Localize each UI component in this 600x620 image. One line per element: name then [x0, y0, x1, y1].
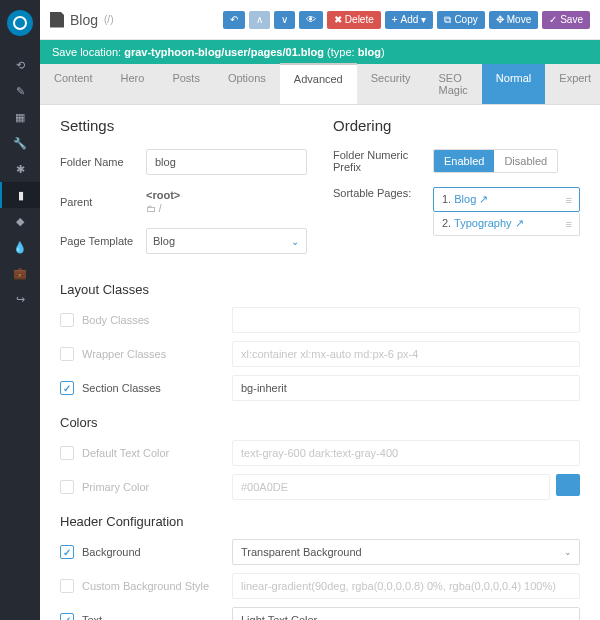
- save-location-bar: Save location: grav-typhoon-blog/user/pa…: [40, 40, 600, 64]
- nav-logout-icon[interactable]: ↪: [0, 286, 40, 312]
- wrapper-classes-label: Wrapper Classes: [82, 348, 232, 360]
- nav-tools-icon[interactable]: 🔧: [0, 130, 40, 156]
- sortable-item-typography[interactable]: 2. Typography ↗≡: [433, 212, 580, 236]
- primary-color-input[interactable]: [232, 474, 550, 500]
- settings-heading: Settings: [60, 117, 307, 134]
- section-classes-input[interactable]: [232, 375, 580, 401]
- page-title: Blog: [70, 12, 98, 28]
- page-icon: [50, 12, 64, 28]
- add-button[interactable]: + Add ▾: [385, 11, 434, 29]
- custom-bg-checkbox[interactable]: [60, 579, 74, 593]
- nav-plugins-icon[interactable]: ✱: [0, 156, 40, 182]
- header-config-heading: Header Configuration: [60, 514, 580, 529]
- body-classes-checkbox[interactable]: [60, 313, 74, 327]
- template-label: Page Template: [60, 235, 146, 247]
- sortable-item-blog[interactable]: 1. Blog ↗≡: [433, 187, 580, 212]
- wrapper-classes-input[interactable]: [232, 341, 580, 367]
- prefix-label: Folder Numeric Prefix: [333, 149, 433, 173]
- content-area: Settings Folder Name Parent <root> 🗀 / P…: [40, 105, 600, 620]
- parent-value[interactable]: <root> 🗀 /: [146, 189, 180, 214]
- tab-content[interactable]: Content: [40, 64, 107, 104]
- tab-normal[interactable]: Normal: [482, 64, 545, 104]
- background-checkbox[interactable]: [60, 545, 74, 559]
- default-color-input[interactable]: [232, 440, 580, 466]
- nav-dashboard-icon[interactable]: ⟲: [0, 52, 40, 78]
- copy-button[interactable]: ⧉ Copy: [437, 11, 484, 29]
- body-classes-input[interactable]: [232, 307, 580, 333]
- back-button[interactable]: ↶: [223, 11, 245, 29]
- svg-point-0: [14, 17, 26, 29]
- tab-expert[interactable]: Expert: [545, 64, 600, 104]
- body-classes-label: Body Classes: [82, 314, 232, 326]
- default-color-label: Default Text Color: [82, 447, 232, 459]
- primary-color-label: Primary Color: [82, 481, 232, 493]
- nav-themes-icon[interactable]: ◆: [0, 208, 40, 234]
- section-classes-label: Section Classes: [82, 382, 232, 394]
- prev-button: ∧: [249, 11, 270, 29]
- nav-grid-icon[interactable]: ▦: [0, 104, 40, 130]
- folder-name-input[interactable]: [146, 149, 307, 175]
- action-bar: ↶ ∧ ∨ 👁 ✖ Delete + Add ▾ ⧉ Copy ✥ Move ✓…: [223, 11, 590, 29]
- text-label: Text: [82, 614, 232, 620]
- sidebar: ⟲ ✎ ▦ 🔧 ✱ ▮ ◆ 💧 💼 ↪: [0, 0, 40, 620]
- text-checkbox[interactable]: [60, 613, 74, 620]
- nav-drop-icon[interactable]: 💧: [0, 234, 40, 260]
- breadcrumb: Blog (/): [50, 12, 113, 28]
- layout-heading: Layout Classes: [60, 282, 580, 297]
- background-label: Background: [82, 546, 232, 558]
- topbar: Blog (/) ↶ ∧ ∨ 👁 ✖ Delete + Add ▾ ⧉ Copy…: [40, 0, 600, 40]
- default-color-checkbox[interactable]: [60, 446, 74, 460]
- wrapper-classes-checkbox[interactable]: [60, 347, 74, 361]
- save-button[interactable]: ✓ Save: [542, 11, 590, 29]
- nav-config-icon[interactable]: ✎: [0, 78, 40, 104]
- page-path: (/): [104, 14, 113, 25]
- view-button[interactable]: 👁: [299, 11, 323, 29]
- primary-color-checkbox[interactable]: [60, 480, 74, 494]
- background-select[interactable]: Transparent Background: [232, 539, 580, 565]
- tabs: Content Hero Posts Options Advanced Secu…: [40, 64, 600, 105]
- text-select[interactable]: Light Text Color: [232, 607, 580, 620]
- nav-briefcase-icon[interactable]: 💼: [0, 260, 40, 286]
- ordering-heading: Ordering: [333, 117, 580, 134]
- section-classes-checkbox[interactable]: [60, 381, 74, 395]
- parent-label: Parent: [60, 196, 146, 208]
- tab-posts[interactable]: Posts: [158, 64, 214, 104]
- custom-bg-input[interactable]: [232, 573, 580, 599]
- nav-pages-icon[interactable]: ▮: [0, 182, 40, 208]
- delete-button[interactable]: ✖ Delete: [327, 11, 381, 29]
- tab-advanced[interactable]: Advanced: [280, 63, 357, 104]
- template-select[interactable]: Blog: [146, 228, 307, 254]
- move-button[interactable]: ✥ Move: [489, 11, 538, 29]
- grav-logo[interactable]: [7, 10, 33, 36]
- tab-security[interactable]: Security: [357, 64, 425, 104]
- colors-heading: Colors: [60, 415, 580, 430]
- tab-hero[interactable]: Hero: [107, 64, 159, 104]
- custom-bg-label: Custom Background Style: [82, 580, 232, 592]
- color-swatch[interactable]: [556, 474, 580, 496]
- tab-seo[interactable]: SEO Magic: [425, 64, 482, 104]
- folder-name-label: Folder Name: [60, 156, 146, 168]
- tab-options[interactable]: Options: [214, 64, 280, 104]
- grip-icon[interactable]: ≡: [566, 218, 571, 230]
- prefix-toggle[interactable]: Enabled Disabled: [433, 149, 558, 173]
- next-button[interactable]: ∨: [274, 11, 295, 29]
- sortable-label: Sortable Pages:: [333, 187, 433, 199]
- grip-icon[interactable]: ≡: [566, 194, 571, 206]
